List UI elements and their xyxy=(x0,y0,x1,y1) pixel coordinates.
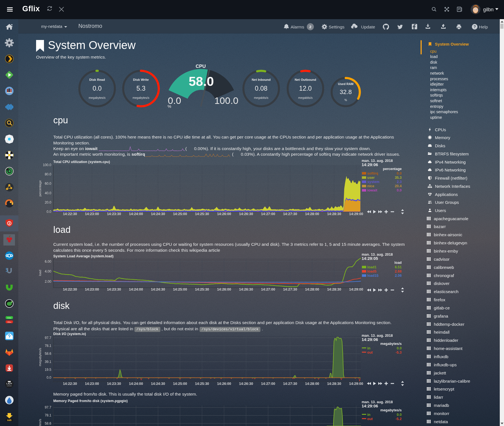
svg-text:2: 2 xyxy=(309,25,311,29)
svg-text:megabits/s: megabits/s xyxy=(298,96,313,99)
svg-text:14:28:30: 14:28:30 xyxy=(327,287,341,291)
svg-text:0.0: 0.0 xyxy=(397,188,402,192)
svg-text:Alarms: Alarms xyxy=(291,24,304,29)
svg-text:14:28:00: 14:28:00 xyxy=(305,287,319,291)
svg-text:%: % xyxy=(344,99,347,102)
svg-text:14:29:00: 14:29:00 xyxy=(349,287,363,291)
svg-text:tes/s: tes/s xyxy=(38,419,42,426)
svg-text:14:27:00: 14:27:00 xyxy=(261,212,275,216)
svg-text:14:28:00: 14:28:00 xyxy=(305,382,319,386)
svg-text:gilbn: gilbn xyxy=(483,7,494,12)
svg-text:78.1: 78.1 xyxy=(45,413,52,417)
svg-text:0.0: 0.0 xyxy=(93,85,102,92)
svg-text:14:28:30: 14:28:30 xyxy=(327,212,341,216)
svg-text:32.8: 32.8 xyxy=(340,88,352,95)
svg-text:14:24:00: 14:24:00 xyxy=(129,382,143,386)
svg-text:14:26:00: 14:26:00 xyxy=(217,287,231,291)
svg-text:sab: sab xyxy=(7,419,12,421)
svg-text:100.0: 100.0 xyxy=(43,163,51,167)
svg-text:load1: load1 xyxy=(367,265,377,269)
svg-text:2.68: 2.68 xyxy=(395,269,402,273)
svg-text:man. 13. aug. 2018: man. 13. aug. 2018 xyxy=(362,253,393,257)
svg-text:14:23:30: 14:23:30 xyxy=(107,287,121,291)
svg-text:megabytes/s: megabytes/s xyxy=(132,96,149,99)
svg-text:2.3: 2.3 xyxy=(397,180,402,184)
svg-text:14:24:30: 14:24:30 xyxy=(151,212,165,216)
svg-text:load: load xyxy=(38,270,42,276)
svg-text:man. 13. aug. 2018: man. 13. aug. 2018 xyxy=(362,159,393,163)
svg-text:Disk Write: Disk Write xyxy=(133,78,149,81)
svg-text:14:29:06: 14:29:06 xyxy=(362,337,378,342)
svg-text:%: % xyxy=(167,104,171,109)
svg-text:System Load Average (system.lo: System Load Average (system.load) xyxy=(53,254,114,258)
svg-text:14:22:30: 14:22:30 xyxy=(63,287,77,291)
svg-text:4.00: 4.00 xyxy=(45,269,52,273)
svg-text:14:29:06: 14:29:06 xyxy=(362,404,378,408)
svg-text:softirq: softirq xyxy=(367,171,378,175)
svg-text:CPU: CPU xyxy=(196,64,206,69)
svg-text:80.0: 80.0 xyxy=(45,172,52,176)
svg-text:Settings: Settings xyxy=(329,24,344,29)
svg-text:14:25:00: 14:25:00 xyxy=(173,382,187,386)
svg-text:Offline: Offline xyxy=(7,321,12,323)
svg-text:14:25:30: 14:25:30 xyxy=(195,212,209,216)
svg-text:14:26:00: 14:26:00 xyxy=(217,212,231,216)
svg-text:100.0: 100.0 xyxy=(214,95,238,106)
svg-text:78.1: 78.1 xyxy=(45,344,52,348)
svg-text:14:29:00: 14:29:00 xyxy=(349,382,363,386)
svg-text:load5: load5 xyxy=(367,269,377,273)
svg-text:14:27:30: 14:27:30 xyxy=(283,382,297,386)
svg-text:14:26:30: 14:26:30 xyxy=(239,287,253,291)
svg-text:14:22:30: 14:22:30 xyxy=(63,382,77,386)
svg-text:percentage: percentage xyxy=(38,180,42,197)
svg-text:14:26:30: 14:26:30 xyxy=(239,382,253,386)
svg-text:14:24:00: 14:24:00 xyxy=(129,287,143,291)
svg-text:20.4: 20.4 xyxy=(395,184,402,188)
svg-text:load: load xyxy=(394,261,402,265)
svg-text:nice: nice xyxy=(367,184,374,188)
svg-text:man. 13. aug. 2018: man. 13. aug. 2018 xyxy=(362,400,393,404)
svg-text:2.06: 2.06 xyxy=(395,274,402,278)
svg-text:0.0: 0.0 xyxy=(397,171,402,175)
svg-text:14:23:30: 14:23:30 xyxy=(107,382,121,386)
svg-text:megabits/s: megabits/s xyxy=(254,96,268,99)
svg-text:14:29:06: 14:29:06 xyxy=(362,162,378,167)
svg-text:LAZY: LAZY xyxy=(6,382,13,385)
svg-text:20.0: 20.0 xyxy=(45,200,52,204)
svg-text:Memory Paged from/to disk (sys: Memory Paged from/to disk (system.pgpgio… xyxy=(53,399,128,403)
svg-text:-5.2: -5.2 xyxy=(395,417,402,421)
svg-text:14:26:00: 14:26:00 xyxy=(217,382,231,386)
svg-text:Update: Update xyxy=(361,24,375,29)
svg-text:58.0: 58.0 xyxy=(189,74,214,89)
svg-text:97.7: 97.7 xyxy=(45,405,52,409)
svg-text:12.0: 12.0 xyxy=(299,85,312,92)
svg-text:14:27:30: 14:27:30 xyxy=(283,287,297,291)
svg-text:97.7: 97.7 xyxy=(45,336,52,340)
svg-text:14:23:00: 14:23:00 xyxy=(85,212,99,216)
svg-text:39.1: 39.1 xyxy=(45,360,52,364)
svg-text:0.0: 0.0 xyxy=(397,346,402,350)
svg-text:58.6: 58.6 xyxy=(45,352,52,356)
svg-text:Disk I/O (system.io): Disk I/O (system.io) xyxy=(53,332,86,336)
svg-text:14:22:30: 14:22:30 xyxy=(63,212,77,216)
svg-text:14:27:00: 14:27:00 xyxy=(261,382,275,386)
svg-text:58.6: 58.6 xyxy=(45,421,52,425)
svg-text:0.0: 0.0 xyxy=(47,210,51,214)
svg-text:14:25:30: 14:25:30 xyxy=(195,287,209,291)
svg-text:2.00: 2.00 xyxy=(45,280,52,284)
svg-text:Net Outbound: Net Outbound xyxy=(295,78,316,81)
svg-text:megabytes/s: megabytes/s xyxy=(380,408,402,412)
svg-text:Used RAM: Used RAM xyxy=(338,82,353,86)
svg-text:14:29:05: 14:29:05 xyxy=(362,256,378,261)
svg-text:0.0: 0.0 xyxy=(47,376,51,380)
svg-text:in: in xyxy=(367,413,370,417)
svg-text:14:24:30: 14:24:30 xyxy=(151,287,165,291)
svg-text:in: in xyxy=(367,346,370,350)
svg-text:out: out xyxy=(367,351,373,354)
svg-text:35.3: 35.3 xyxy=(395,176,402,180)
svg-text:Librarian: Librarian xyxy=(7,385,12,387)
svg-text:system: system xyxy=(367,180,379,184)
svg-text:0.0: 0.0 xyxy=(397,413,402,417)
svg-text:-5.3: -5.3 xyxy=(395,351,402,354)
svg-text:19.5: 19.5 xyxy=(45,368,52,372)
